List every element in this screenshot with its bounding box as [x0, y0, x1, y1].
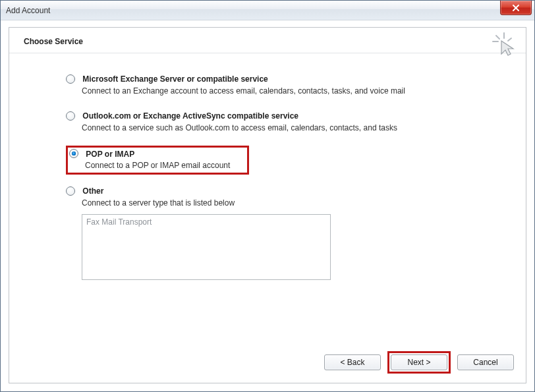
svg-line-3: [496, 36, 499, 39]
button-label: < Back: [340, 358, 364, 367]
next-button[interactable]: Next >: [391, 354, 447, 370]
wizard-footer: < Back Next > Cancel: [324, 351, 514, 374]
radio-icon: [66, 111, 75, 121]
radio-icon: [66, 186, 75, 196]
option-label: Microsoft Exchange Server or compatible …: [82, 74, 268, 84]
window-title: Add Account: [6, 6, 50, 15]
list-item[interactable]: Fax Mail Transport: [86, 217, 326, 227]
close-icon: [511, 4, 521, 12]
option-exchange[interactable]: Microsoft Exchange Server or compatible …: [66, 72, 486, 99]
back-button[interactable]: < Back: [324, 354, 381, 370]
option-label: POP or IMAP: [86, 149, 134, 158]
next-button-highlight: Next >: [387, 351, 451, 374]
option-description: Connect to a POP or IMAP email account: [85, 161, 243, 170]
service-options: Microsoft Exchange Server or compatible …: [9, 53, 526, 284]
option-description: Connect to a server type that is listed …: [82, 198, 484, 208]
page-title: Choose Service: [24, 37, 514, 46]
option-other[interactable]: Other Connect to a server type that is l…: [66, 184, 486, 284]
option-activesync[interactable]: Outlook.com or Exchange ActiveSync compa…: [66, 109, 486, 136]
cursor-sparkle-icon: [492, 32, 517, 57]
button-label: Next >: [407, 358, 430, 367]
cancel-button[interactable]: Cancel: [457, 354, 514, 370]
option-description: Connect to a service such as Outlook.com…: [82, 123, 484, 132]
titlebar: Add Account: [1, 1, 534, 20]
button-label: Cancel: [473, 358, 497, 367]
option-label: Outlook.com or Exchange ActiveSync compa…: [82, 111, 298, 121]
option-label: Other: [82, 186, 103, 196]
wizard-header: Choose Service: [9, 28, 526, 53]
option-pop-imap[interactable]: POP or IMAP Connect to a POP or IMAP ema…: [66, 146, 249, 175]
close-button[interactable]: [500, 1, 532, 15]
radio-icon: [69, 149, 78, 158]
svg-line-2: [508, 38, 511, 41]
add-account-window: Add Account Choose Service: [0, 0, 535, 392]
radio-icon: [66, 74, 75, 84]
option-description: Connect to an Exchange account to access…: [82, 86, 484, 96]
other-server-listbox[interactable]: Fax Mail Transport: [82, 214, 331, 280]
wizard-client-area: Choose Service Microsoft Exchange Server…: [9, 27, 526, 383]
